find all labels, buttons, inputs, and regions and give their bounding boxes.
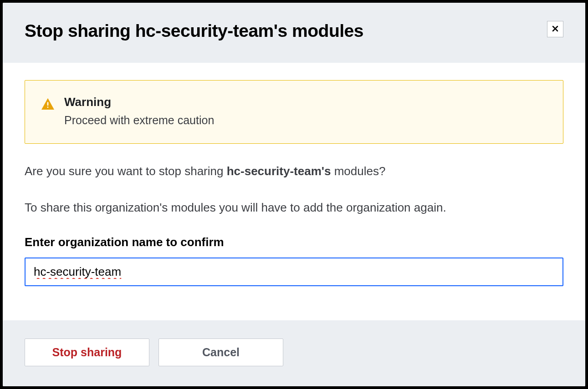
warning-banner: Warning Proceed with extreme caution [25,80,563,144]
org-name-input[interactable] [25,258,563,286]
modal-title: Stop sharing hc-security-team's modules [25,21,363,41]
warning-text: Warning Proceed with extreme caution [64,95,214,127]
svg-rect-3 [47,106,49,108]
confirmation-modal: Stop sharing hc-security-team's modules … [3,3,585,386]
modal-header: Stop sharing hc-security-team's modules [3,3,585,63]
warning-title: Warning [64,95,214,109]
confirmation-text: Are you sure you want to stop sharing hc… [25,163,563,216]
close-button[interactable] [547,21,563,37]
modal-body: Warning Proceed with extreme caution Are… [3,63,585,303]
question-prefix: Are you sure you want to stop sharing [25,164,227,178]
cancel-button[interactable]: Cancel [159,338,283,366]
close-icon [552,25,559,34]
info-line: To share this organization's modules you… [25,199,563,217]
modal-footer: Stop sharing Cancel [3,320,585,386]
question-org-name: hc-security-team's [227,164,331,178]
org-name-input-label: Enter organization name to confirm [25,235,563,249]
svg-rect-2 [47,102,49,106]
stop-sharing-button[interactable]: Stop sharing [25,338,149,366]
warning-triangle-icon [41,97,55,113]
question-suffix: modules? [331,164,385,178]
warning-subtitle: Proceed with extreme caution [64,114,214,127]
